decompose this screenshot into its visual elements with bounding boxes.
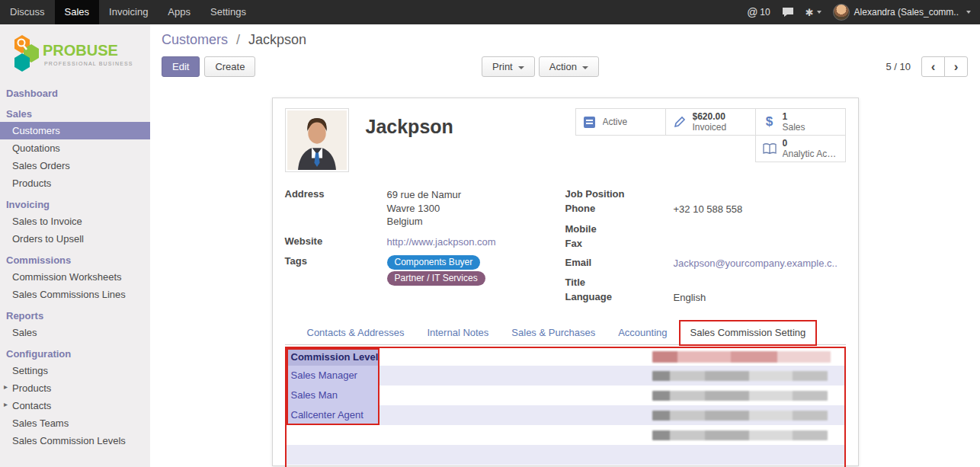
tab-sales-commission-setting[interactable]: Sales Commission Setting xyxy=(679,320,818,346)
redacted-value-cell xyxy=(648,385,844,405)
menu-discuss[interactable]: Discuss xyxy=(0,0,55,24)
main-content: Customers / Jackpson Edit Create Print A… xyxy=(150,24,980,467)
commission-levels-table: Commission Level Sales Manager Sales Man xyxy=(287,348,844,467)
commission-row-sales-manager[interactable]: Sales Manager xyxy=(287,366,844,385)
debug-icon[interactable]: ✱ xyxy=(805,7,821,18)
redacted-column-header xyxy=(648,348,844,366)
messages-icon[interactable] xyxy=(782,7,794,18)
tags-value: Components Buyer Partner / IT Services xyxy=(387,255,485,287)
company-logo[interactable]: PROBUSE PROFESSIONAL BUSINESS xyxy=(0,24,150,83)
sidebar-item-sales-teams[interactable]: Sales Teams xyxy=(0,414,150,432)
sidebar-item-sales-orders[interactable]: Sales Orders xyxy=(0,157,150,174)
empty-cell xyxy=(380,366,648,385)
sidebar-item-config-contacts[interactable]: ▸ Contacts xyxy=(0,397,150,414)
user-avatar xyxy=(833,4,850,21)
create-button[interactable]: Create xyxy=(204,56,255,77)
tab-internal-notes[interactable]: Internal Notes xyxy=(415,321,500,344)
fax-label: Fax xyxy=(565,238,674,250)
invoiced-stat-button[interactable]: $620.00 Invoiced xyxy=(665,108,756,136)
website-link[interactable]: http://www.jackpson.com xyxy=(387,236,496,248)
stat-text: $620.00 Invoiced xyxy=(693,111,727,133)
sidebar-item-quotations[interactable]: Quotations xyxy=(0,139,150,157)
redacted-block xyxy=(652,351,831,363)
sidebar-item-settings[interactable]: Settings xyxy=(0,362,150,379)
language-label: Language xyxy=(565,291,674,305)
sidebar-item-products[interactable]: Products xyxy=(0,174,150,192)
redacted-block xyxy=(652,430,828,440)
commission-row-sales-man[interactable]: Sales Man xyxy=(287,385,844,405)
pencil-icon xyxy=(671,116,689,128)
pager-next-button[interactable]: › xyxy=(944,56,968,77)
analytic-accounts-stat-button[interactable]: 0 Analytic Acco... xyxy=(755,135,846,162)
sidebar-item-label: Products xyxy=(12,382,51,394)
pager: 5 / 10 ‹ › xyxy=(886,56,968,77)
email-link[interactable]: Jackpson@yourcompany.example.c.. xyxy=(674,257,837,269)
expand-caret-icon: ▸ xyxy=(4,382,8,391)
sidebar-item-config-products[interactable]: ▸ Products xyxy=(0,379,150,397)
empty-cell xyxy=(380,445,648,465)
sidebar-section-commissions[interactable]: Commissions xyxy=(0,251,150,268)
fields-right-column: Job Position Phone +32 10 588 558 Mobile… xyxy=(559,188,846,307)
empty-header-cell xyxy=(380,348,648,366)
phone-value: +32 10 588 558 xyxy=(674,203,743,216)
phone-label: Phone xyxy=(565,203,674,216)
sidebar-item-sales-commission-levels[interactable]: Sales Commission Levels xyxy=(0,432,150,449)
notebook-tabs: Contacts & Addresses Internal Notes Sale… xyxy=(285,320,846,345)
sidebar-section-sales[interactable]: Sales xyxy=(0,105,150,122)
tab-sales-purchases[interactable]: Sales & Purchases xyxy=(500,321,607,344)
stat-text: 0 Analytic Acco... xyxy=(783,138,841,160)
breadcrumb-current: Jackpson xyxy=(248,32,306,47)
sidebar-item-orders-to-upsell[interactable]: Orders to Upsell xyxy=(0,230,150,248)
book-icon xyxy=(761,143,779,155)
mentions-button[interactable]: @ 10 xyxy=(747,6,770,18)
tab-accounting[interactable]: Accounting xyxy=(607,321,678,344)
sidebar-item-sales-commissions-lines[interactable]: Sales Commissions Lines xyxy=(0,286,150,303)
breadcrumb-customers[interactable]: Customers xyxy=(162,32,228,47)
menu-sales[interactable]: Sales xyxy=(55,0,100,24)
redacted-block xyxy=(652,411,828,421)
breadcrumb-separator: / xyxy=(236,32,240,47)
redacted-value-cell xyxy=(648,366,844,385)
sidebar-section-dashboard[interactable]: Dashboard xyxy=(0,85,150,101)
menu-apps[interactable]: Apps xyxy=(158,0,200,24)
action-dropdown-button[interactable]: Action xyxy=(539,56,599,77)
active-stat-button[interactable]: Active xyxy=(575,108,666,136)
menu-invoicing[interactable]: Invoicing xyxy=(99,0,158,24)
sidebar-menu: Dashboard Sales Customers Quotations Sal… xyxy=(0,85,150,449)
sales-stat-button[interactable]: $ 1 Sales xyxy=(755,108,846,136)
at-icon: @ xyxy=(747,6,757,18)
sidebar-item-commission-worksheets[interactable]: Commission Worksheets xyxy=(0,268,150,286)
language-value: English xyxy=(674,291,706,305)
topbar-right: @ 10 ✱ Alexandra (Sales_comm.. xyxy=(747,0,980,24)
menu-settings[interactable]: Settings xyxy=(200,0,256,24)
website-label: Website xyxy=(285,235,387,249)
table-footer-spacer xyxy=(287,465,844,467)
empty-cell xyxy=(380,425,648,445)
redacted-value-cell xyxy=(648,425,844,445)
empty-cell xyxy=(648,445,844,465)
sidebar-section-invoicing[interactable]: Invoicing xyxy=(0,196,150,213)
sidebar-item-sales-to-invoice[interactable]: Sales to Invoice xyxy=(0,213,150,230)
commission-level-column-header[interactable]: Commission Level xyxy=(287,348,380,366)
tab-contacts-addresses[interactable]: Contacts & Addresses xyxy=(296,321,416,344)
sidebar: PROBUSE PROFESSIONAL BUSINESS Dashboard … xyxy=(0,24,151,467)
pager-previous-button[interactable]: ‹ xyxy=(921,56,945,77)
stat-text: 1 Sales xyxy=(783,111,805,133)
sidebar-section-reports[interactable]: Reports xyxy=(0,307,150,324)
commission-row-empty[interactable] xyxy=(287,425,844,445)
empty-cell xyxy=(380,385,648,405)
sidebar-item-customers[interactable]: Customers xyxy=(0,122,150,139)
edit-button[interactable]: Edit xyxy=(162,56,200,77)
breadcrumb: Customers / Jackpson xyxy=(162,32,972,48)
customer-form-sheet: Jackpson Active $620.00 xyxy=(272,98,859,466)
sidebar-item-reports-sales[interactable]: Sales xyxy=(0,324,150,341)
user-menu[interactable]: Alexandra (Sales_comm.. xyxy=(833,4,971,21)
pager-value: 5 / 10 xyxy=(886,61,911,72)
fields-left-column: Address 69 rue de Namur Wavre 1300 Belgi… xyxy=(285,188,559,307)
person-portrait-icon xyxy=(287,110,347,170)
print-dropdown-button[interactable]: Print xyxy=(482,56,535,77)
chevron-down-icon xyxy=(582,66,588,69)
control-panel: Customers / Jackpson Edit Create Print A… xyxy=(150,24,980,78)
commission-row-callcenter-agent[interactable]: Callcenter Agent xyxy=(287,405,844,425)
sidebar-section-configuration[interactable]: Configuration xyxy=(0,345,150,362)
